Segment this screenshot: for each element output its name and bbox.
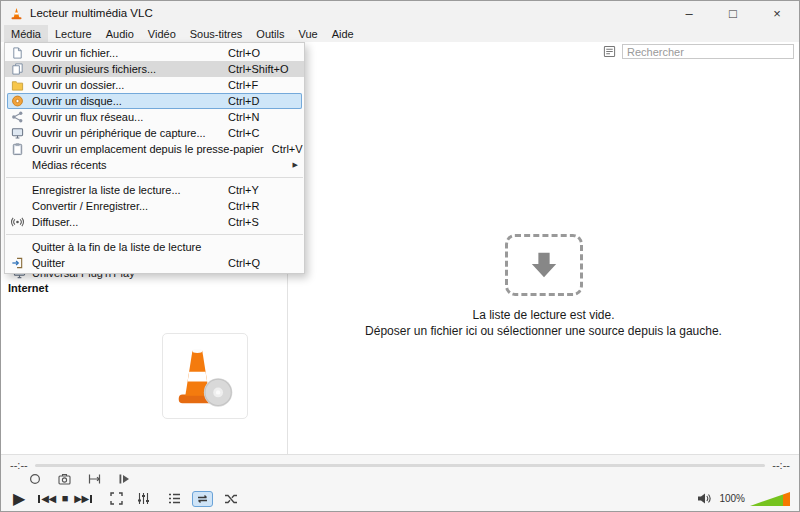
next-button[interactable]: ▶▶ [71,494,94,504]
volume-controls: 100% [694,491,790,507]
volume-slider[interactable] [750,491,790,507]
menu-item-stream[interactable]: Diffuser... Ctrl+S [5,214,304,230]
menu-item-label: Enregistrer la liste de lecture... [32,184,220,196]
menu-item-open-capture-device[interactable]: Ouvrir un périphérique de capture... Ctr… [5,125,304,141]
snapshot-button[interactable] [55,473,74,485]
empty-playlist-title: La liste de lecture est vide. [288,308,799,324]
vlc-cone-icon [10,7,23,20]
previous-button[interactable]: ◀◀ [35,494,58,504]
no-icon [10,183,25,197]
menu-separator [6,234,303,235]
menubar: Média Lecture Audio Vidéo Sous-titres Ou… [1,25,799,42]
menu-item-label: Médias récents [32,159,285,171]
menu-item-shortcut: Ctrl+Q [228,257,298,269]
minimize-button[interactable]: – [667,1,711,25]
files-icon [10,62,25,76]
menu-item-save-playlist[interactable]: Enregistrer la liste de lecture... Ctrl+… [5,182,304,198]
advanced-controls-row [1,472,799,485]
menu-item-label: Ouvrir un périphérique de capture... [32,127,220,139]
menu-item-shortcut: Ctrl+Shift+O [228,63,298,75]
file-icon [10,46,25,60]
menu-item-label: Quitter [32,257,220,269]
menu-item-label: Ouvrir un fichier... [32,47,220,59]
menu-item-label: Ouvrir plusieurs fichiers... [32,63,220,75]
folder-icon [10,78,25,92]
bottom-controls: --:-- --:-- ▶ ◀◀ [1,454,799,511]
ab-loop-button[interactable] [85,473,104,485]
vlc-window: Lecteur multimédia VLC – □ × Média Lectu… [0,0,800,512]
menubar-item-help[interactable]: Aide [325,25,361,42]
no-icon [10,158,25,172]
empty-playlist-subtitle: Déposer un fichier ici ou sélectionner u… [288,324,799,340]
menu-item-shortcut: Ctrl+F [228,79,298,91]
time-elapsed-label: --:-- [10,459,28,471]
clipboard-icon [10,142,25,156]
empty-playlist-message: La liste de lecture est vide. Déposer un… [288,308,799,339]
time-remaining-label: --:-- [772,459,790,471]
menu-item-quit-at-end[interactable]: Quitter à la fin de la liste de lecture [5,239,304,255]
menu-item-convert-save[interactable]: Convertir / Enregistrer... Ctrl+R [5,198,304,214]
menu-item-open-folder[interactable]: Ouvrir un dossier... Ctrl+F [5,77,304,93]
menubar-item-lecture[interactable]: Lecture [48,25,99,42]
window-controls: – □ × [667,1,799,25]
menubar-item-tools[interactable]: Outils [249,25,291,42]
record-button[interactable] [26,473,44,485]
network-icon [10,110,25,124]
play-button[interactable]: ▶ [10,491,28,507]
menu-item-label: Ouvrir un dossier... [32,79,220,91]
seek-row: --:-- --:-- [1,455,799,472]
menu-item-shortcut: Ctrl+S [228,216,298,228]
extended-settings-button[interactable] [134,492,153,505]
menu-item-shortcut: Ctrl+Y [228,184,298,196]
seek-slider[interactable] [35,464,766,467]
menubar-item-view[interactable]: Vue [291,25,324,42]
menu-item-shortcut: Ctrl+V [272,143,342,155]
menubar-item-subtitles[interactable]: Sous-titres [183,25,250,42]
window-title: Lecteur multimédia VLC [30,7,153,19]
view-mode-icon[interactable] [603,45,616,58]
maximize-button[interactable]: □ [711,1,755,25]
menu-item-label: Convertir / Enregistrer... [32,200,220,212]
menu-item-shortcut: Ctrl+R [228,200,298,212]
no-icon [10,199,25,213]
stop-button[interactable]: ■ [59,493,72,504]
no-icon [10,240,25,254]
menu-item-open-multiple-files[interactable]: Ouvrir plusieurs fichiers... Ctrl+Shift+… [5,61,304,77]
speaker-icon[interactable] [694,492,714,505]
menu-item-open-file[interactable]: Ouvrir un fichier... Ctrl+O [5,45,304,61]
disc-icon [10,94,25,108]
menu-item-open-network-stream[interactable]: Ouvrir un flux réseau... Ctrl+N [5,109,304,125]
sidebar-section-internet[interactable]: Internet [8,282,48,294]
shuffle-button[interactable] [221,493,241,505]
volume-percent-label: 100% [719,493,745,504]
menu-separator [6,177,303,178]
menubar-item-audio[interactable]: Audio [99,25,141,42]
playlist-search-row [603,44,794,59]
vlc-logo-banner [162,333,248,419]
drop-arrow-icon [529,250,559,280]
playlist-toggle-button[interactable] [165,492,184,505]
titlebar: Lecteur multimédia VLC – □ × [1,1,799,25]
menu-item-open-from-clipboard[interactable]: Ouvrir un emplacement depuis le presse-p… [5,141,304,157]
menu-item-recent-media[interactable]: Médias récents ▶ [5,157,304,173]
menu-item-label: Ouvrir un flux réseau... [32,111,220,123]
menu-item-label: Diffuser... [32,216,220,228]
menubar-item-media[interactable]: Média [4,25,48,42]
menu-item-shortcut: Ctrl+C [228,127,298,139]
menu-item-shortcut: Ctrl+O [228,47,298,59]
menu-item-quit[interactable]: Quitter Ctrl+Q [5,255,304,271]
search-input[interactable] [622,44,794,59]
frame-by-frame-button[interactable] [115,473,133,485]
drop-zone[interactable] [505,234,583,296]
submenu-arrow-icon: ▶ [293,161,298,169]
vlc-cone-cd-image [170,341,240,411]
loop-button[interactable] [192,491,213,507]
stream-icon [10,215,25,229]
menu-item-shortcut: Ctrl+N [228,111,298,123]
quit-icon [10,256,25,270]
menubar-item-video[interactable]: Vidéo [141,25,183,42]
menu-item-label: Quitter à la fin de la liste de lecture [32,241,220,253]
close-button[interactable]: × [755,1,799,25]
fullscreen-button[interactable] [107,492,126,505]
menu-item-open-disc[interactable]: Ouvrir un disque... Ctrl+D [7,93,302,109]
